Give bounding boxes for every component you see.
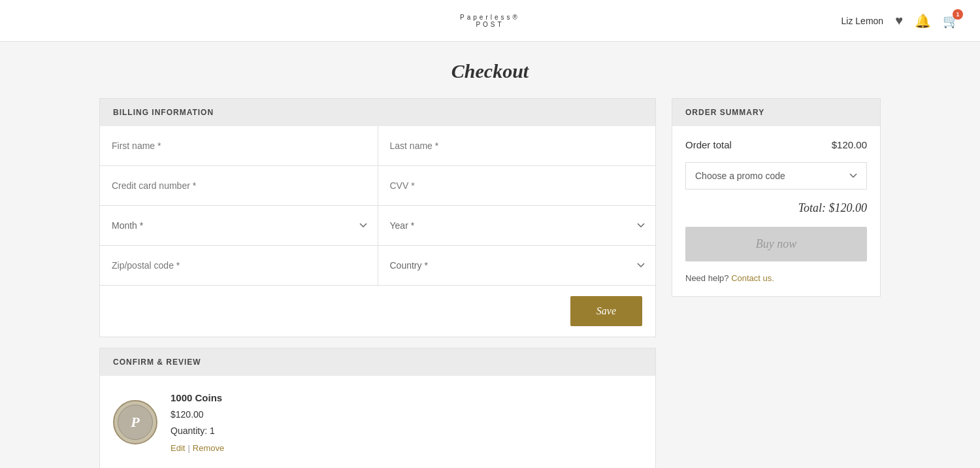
header: Paperless® POST Liz Lemon ♥ 🔔 🛒 1	[0, 0, 980, 42]
order-summary-header: ORDER SUMMARY	[672, 99, 880, 126]
first-name-field	[100, 126, 378, 165]
contact-link[interactable]: Contact us.	[731, 273, 774, 283]
product-logo-letter: P	[131, 414, 139, 431]
promo-code-select[interactable]: Choose a promo code	[685, 162, 867, 190]
credit-card-field	[100, 166, 378, 205]
order-total-label: Order total	[685, 139, 732, 150]
header-right: Liz Lemon ♥ 🔔 🛒 1	[841, 13, 959, 29]
notifications-icon[interactable]: 🔔	[915, 13, 931, 29]
country-select[interactable]: Country * United States Canada United Ki…	[378, 246, 656, 285]
site-logo: Paperless® POST	[460, 14, 520, 28]
billing-form: Month * 01 - January 02 - February 03 - …	[100, 126, 655, 337]
order-total-value: $120.00	[832, 139, 867, 150]
action-divider: |	[188, 441, 189, 456]
location-row: Country * United States Canada United Ki…	[100, 245, 655, 285]
page-title: Checkout	[0, 42, 980, 98]
product-info: 1000 Coins $120.00 Quantity: 1 Edit | Re…	[171, 389, 224, 456]
expiry-row: Month * 01 - January 02 - February 03 - …	[100, 205, 655, 245]
cvv-field	[378, 166, 656, 205]
product-actions: Edit | Remove	[171, 441, 224, 456]
product-quantity: Quantity: 1	[171, 423, 224, 439]
zip-field	[100, 246, 378, 285]
name-row	[100, 126, 655, 165]
save-button[interactable]: Save	[570, 296, 642, 326]
year-field: Year * 2024 2025 2026 2027 2028	[378, 206, 656, 245]
help-text: Need help? Contact us.	[685, 273, 867, 283]
cvv-input[interactable]	[378, 166, 656, 205]
product-logo-inner: P	[118, 405, 153, 440]
zip-input[interactable]	[100, 246, 378, 285]
product-logo: P	[113, 400, 157, 444]
logo-line2: POST	[460, 21, 520, 28]
cart-icon[interactable]: 🛒 1	[943, 13, 959, 29]
product-price: $120.00	[171, 407, 224, 423]
month-select[interactable]: Month * 01 - January 02 - February 03 - …	[100, 206, 378, 245]
billing-section: BILLING INFORMATION	[99, 98, 656, 337]
remove-link[interactable]: Remove	[193, 441, 224, 456]
credit-card-input[interactable]	[100, 166, 378, 205]
order-total-row: Order total $120.00	[685, 139, 867, 150]
order-summary: ORDER SUMMARY Order total $120.00 Choose…	[672, 98, 881, 297]
billing-section-header: BILLING INFORMATION	[100, 99, 655, 126]
order-summary-body: Order total $120.00 Choose a promo code …	[672, 126, 880, 296]
form-actions: Save	[100, 285, 655, 337]
username-label: Liz Lemon	[841, 16, 884, 26]
month-field: Month * 01 - January 02 - February 03 - …	[100, 206, 378, 245]
edit-link[interactable]: Edit	[171, 441, 185, 456]
first-name-input[interactable]	[100, 126, 378, 165]
buy-now-button[interactable]: Buy now	[685, 227, 867, 261]
card-row	[100, 165, 655, 205]
product-name: 1000 Coins	[171, 389, 224, 407]
country-field: Country * United States Canada United Ki…	[378, 246, 656, 285]
total-label: Total: $120.00	[685, 201, 867, 215]
last-name-input[interactable]	[378, 126, 656, 165]
confirm-body: P 1000 Coins $120.00 Quantity: 1 Edit | …	[100, 376, 655, 468]
confirm-section-header: CONFIRM & REVIEW	[100, 348, 655, 376]
favorites-icon[interactable]: ♥	[895, 13, 903, 28]
main-layout: BILLING INFORMATION	[78, 98, 902, 468]
logo-line1: Paperless®	[460, 14, 520, 21]
year-select[interactable]: Year * 2024 2025 2026 2027 2028	[378, 206, 656, 245]
need-help-text: Need help?	[685, 273, 729, 283]
left-column: BILLING INFORMATION	[99, 98, 656, 468]
last-name-field	[378, 126, 656, 165]
cart-badge: 1	[953, 9, 963, 20]
confirm-section: CONFIRM & REVIEW P 1000 Coins $120.00 Qu…	[99, 348, 656, 468]
